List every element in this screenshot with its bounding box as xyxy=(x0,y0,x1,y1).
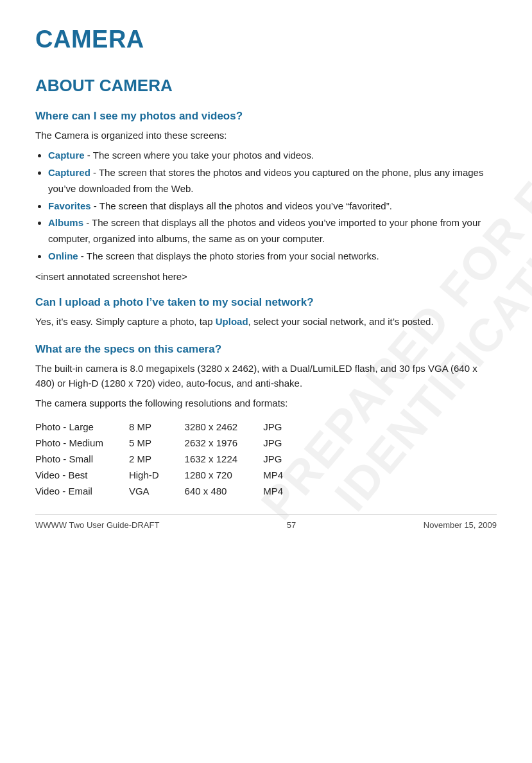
intro-text: The Camera is organized into these scree… xyxy=(35,128,497,143)
specs-body1: The built-in camera is 8.0 megapixels (3… xyxy=(35,361,497,391)
main-title: CAMERA xyxy=(35,26,497,53)
table-cell-format: MP4 xyxy=(263,483,309,499)
table-cell-type: Photo - Large xyxy=(35,419,129,435)
table-cell-quality: 5 MP xyxy=(129,435,185,451)
table-cell-type: Photo - Small xyxy=(35,451,129,467)
table-row: Photo - Large 8 MP 3280 x 2462 JPG xyxy=(35,419,309,435)
section-title: ABOUT CAMERA xyxy=(35,76,497,96)
table-cell-format: MP4 xyxy=(263,467,309,483)
table-cell-quality: 2 MP xyxy=(129,451,185,467)
bullet-text-3: - The screen that displays all the photo… xyxy=(48,217,481,244)
highlight-albums: Albums xyxy=(48,217,83,228)
table-cell-resolution: 1280 x 720 xyxy=(185,467,264,483)
footer-center-page-number: 57 xyxy=(287,520,296,530)
table-cell-resolution: 1632 x 1224 xyxy=(185,451,264,467)
table-row: Video - Email VGA 640 x 480 MP4 xyxy=(35,483,309,499)
bullet-text-4: - The screen that displays the photo sto… xyxy=(78,250,379,261)
table-cell-resolution: 3280 x 2462 xyxy=(185,419,264,435)
table-cell-format: JPG xyxy=(263,435,309,451)
table-cell-resolution: 2632 x 1976 xyxy=(185,435,264,451)
footer-left: WWWW Two User Guide-DRAFT xyxy=(35,520,159,530)
upload-body-text: Yes, it’s easy. Simply capture a photo, … xyxy=(35,316,216,327)
upload-highlight: Upload xyxy=(216,316,248,327)
table-cell-format: JPG xyxy=(263,451,309,467)
list-item: Albums - The screen that displays all th… xyxy=(48,215,497,247)
list-item: Online - The screen that displays the ph… xyxy=(48,249,497,265)
upload-body: Yes, it’s easy. Simply capture a photo, … xyxy=(35,314,497,329)
table-cell-quality: 8 MP xyxy=(129,419,185,435)
highlight-captured: Captured xyxy=(48,167,90,178)
table-cell-type: Video - Best xyxy=(35,467,129,483)
table-cell-format: JPG xyxy=(263,419,309,435)
specs-body2: The camera supports the following resolu… xyxy=(35,396,497,410)
table-cell-resolution: 640 x 480 xyxy=(185,483,264,499)
list-item: Captured - The screen that stores the ph… xyxy=(48,165,497,197)
list-item: Favorites - The screen that displays all… xyxy=(48,198,497,215)
feature-list: Capture - The screen where you take your… xyxy=(35,148,497,264)
sub-title-upload: Can I upload a photo I’ve taken to my so… xyxy=(35,296,497,309)
upload-body-end: , select your social network, and it’s p… xyxy=(248,316,434,327)
list-item: Capture - The screen where you take your… xyxy=(48,148,497,164)
highlight-favorites: Favorites xyxy=(48,200,91,211)
table-cell-type: Photo - Medium xyxy=(35,435,129,451)
bullet-text-2: - The screen that displays all the photo… xyxy=(91,200,392,211)
sub-title-specs: What are the specs on this camera? xyxy=(35,343,497,356)
table-cell-quality: VGA xyxy=(129,483,185,499)
bullet-text-1: - The screen that stores the photos and … xyxy=(48,167,483,194)
table-cell-type: Video - Email xyxy=(35,483,129,499)
sub-title-where-can-i-see: Where can I see my photos and videos? xyxy=(35,110,497,123)
table-cell-quality: High-D xyxy=(129,467,185,483)
table-row: Photo - Small 2 MP 1632 x 1224 JPG xyxy=(35,451,309,467)
table-row: Video - Best High-D 1280 x 720 MP4 xyxy=(35,467,309,483)
insert-note: <insert annotated screenshot here> xyxy=(35,271,497,282)
highlight-capture: Capture xyxy=(48,150,85,161)
bullet-text-0: - The screen where you take your photos … xyxy=(85,150,314,161)
highlight-online: Online xyxy=(48,250,78,261)
table-row: Photo - Medium 5 MP 2632 x 1976 JPG xyxy=(35,435,309,451)
page-footer: WWWW Two User Guide-DRAFT 57 November 15… xyxy=(35,514,497,530)
specs-table: Photo - Large 8 MP 3280 x 2462 JPG Photo… xyxy=(35,419,309,499)
footer-right-date: November 15, 2009 xyxy=(424,520,497,530)
